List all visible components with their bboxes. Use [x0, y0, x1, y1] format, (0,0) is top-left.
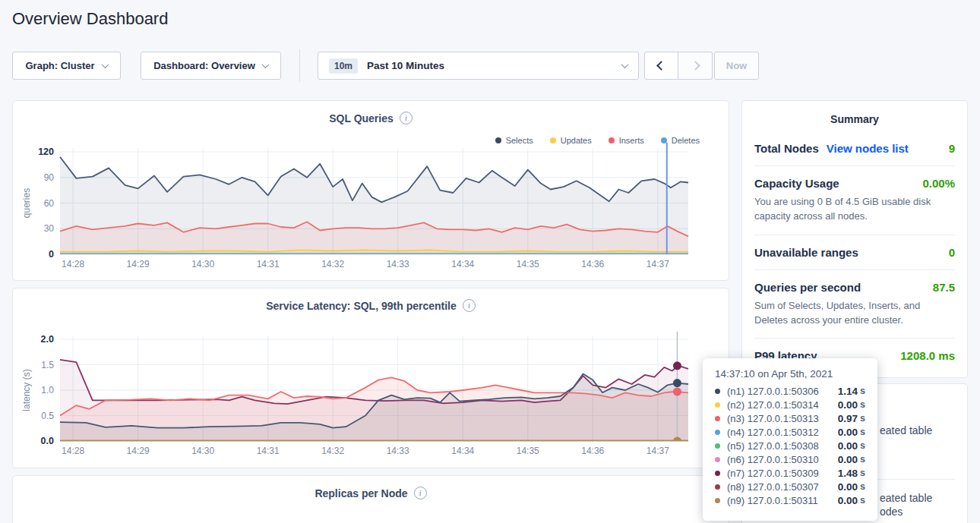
node-latency-unit: s — [860, 413, 865, 424]
replicas-per-node-panel: Replicas per Node i — [12, 475, 729, 523]
p99-latency-value: 1208.0 ms — [900, 349, 955, 362]
node-latency-value: 0.00 — [838, 481, 858, 493]
info-icon[interactable]: i — [400, 112, 413, 124]
x-axis-tick: 14:30 — [191, 446, 214, 456]
graph-scope-label: Graph: Cluster — [25, 60, 94, 71]
y-axis-tick: 0 — [49, 249, 54, 260]
node-color-dot — [715, 443, 720, 449]
sql-queries-panel: SQL Queries i SelectsUpdatesInsertsDelet… — [12, 100, 729, 281]
queries-per-second-label: Queries per second — [754, 281, 861, 294]
node-address: (n3) 127.0.0.1:50313 — [727, 413, 838, 424]
x-axis-tick: 14:37 — [646, 259, 669, 269]
x-axis-tick: 14:34 — [451, 259, 474, 269]
legend-item-inserts[interactable]: Inserts — [609, 136, 644, 145]
replicas-per-node-title: Replicas per Node — [315, 487, 407, 499]
tooltip-node-row: (n4) 127.0.0.1:503120.00s — [715, 425, 865, 439]
node-latency-unit: s — [860, 454, 865, 465]
tooltip-node-row: (n5) 127.0.0.1:503080.00s — [715, 439, 865, 452]
y-axis-tick: 1.0 — [41, 385, 54, 395]
node-latency-value: 0.00 — [838, 440, 858, 452]
node-latency-unit: s — [860, 386, 865, 396]
x-axis-tick: 14:31 — [257, 259, 280, 269]
node-latency-unit: s — [860, 468, 865, 478]
legend-label: Inserts — [619, 136, 644, 145]
info-icon[interactable]: i — [414, 487, 427, 499]
summary-row-queries-per-second: Queries per second 87.5 Sum of Selects, … — [754, 270, 955, 339]
event-row-fragment: eated table — [880, 424, 932, 436]
x-axis-tick: 14:33 — [387, 446, 409, 456]
toolbar-divider — [299, 49, 300, 82]
node-color-dot — [715, 484, 720, 490]
summary-row-total-nodes: Total Nodes View nodes list 9 — [754, 131, 955, 166]
time-next-button[interactable] — [678, 52, 713, 80]
sql-queries-legend: SelectsUpdatesInsertsDeletes — [495, 136, 700, 145]
x-axis-tick: 14:34 — [451, 446, 474, 456]
x-axis-tick: 14:30 — [191, 259, 214, 269]
total-nodes-label: Total Nodes — [754, 142, 819, 155]
node-latency-value: 0.00 — [838, 399, 858, 411]
y-axis-label: latency (s) — [21, 369, 32, 411]
node-address: (n5) 127.0.0.1:50308 — [727, 440, 838, 452]
dashboard-dropdown[interactable]: Dashboard: Overview — [141, 52, 281, 80]
service-latency-panel: Service Latency: SQL, 99th percentile i … — [12, 288, 729, 468]
y-axis-tick: 0.0 — [41, 436, 54, 446]
legend-item-updates[interactable]: Updates — [550, 136, 592, 145]
x-axis-tick: 14:29 — [127, 259, 150, 269]
y-axis-label: queries — [21, 188, 32, 218]
unavailable-ranges-value: 0 — [949, 246, 955, 259]
time-range-label: Past 10 Minutes — [367, 60, 613, 71]
service-latency-title: Service Latency: SQL, 99th percentile — [266, 300, 457, 312]
tooltip-node-row: (n1) 127.0.0.1:503061.14s — [715, 384, 865, 398]
queries-per-second-description: Sum of Selects, Updates, Inserts, and De… — [754, 299, 955, 328]
legend-item-deletes[interactable]: Deletes — [661, 136, 700, 145]
legend-dot — [609, 137, 615, 143]
y-axis-tick: 0.5 — [41, 411, 54, 421]
node-latency-unit: s — [860, 399, 865, 410]
sql-queries-chart[interactable]: 14:2814:2914:3014:3114:3214:3314:3414:35… — [13, 101, 730, 282]
node-latency-unit: s — [860, 495, 865, 506]
node-latency-value: 0.00 — [838, 454, 858, 465]
legend-item-selects[interactable]: Selects — [495, 136, 533, 145]
unavailable-ranges-label: Unavailable ranges — [754, 246, 858, 259]
legend-label: Deletes — [672, 136, 700, 145]
queries-per-second-value: 87.5 — [933, 281, 955, 294]
info-icon[interactable]: i — [463, 299, 476, 312]
hover-dot — [673, 379, 681, 387]
hover-dot — [673, 361, 681, 370]
x-axis-tick: 14:36 — [581, 259, 604, 269]
node-address: (n9) 127.0.0.1:50311 — [727, 495, 838, 506]
chevron-right-icon — [691, 61, 700, 71]
now-button-label: Now — [726, 60, 747, 71]
tooltip-node-row: (n9) 127.0.0.1:503110.00s — [715, 493, 865, 507]
time-range-selector[interactable]: 10m Past 10 Minutes — [318, 52, 639, 80]
tooltip-timestamp: 14:37:10 on Apr 5th, 2021 — [715, 368, 865, 380]
node-color-dot — [715, 498, 720, 503]
node-latency-value: 1.14 — [838, 386, 858, 397]
time-now-button[interactable]: Now — [714, 52, 759, 80]
node-latency-value: 0.97 — [838, 413, 858, 424]
time-range-badge: 10m — [329, 58, 358, 74]
tooltip-node-row: (n8) 127.0.0.1:503070.00s — [715, 480, 865, 493]
y-axis-tick: 2.0 — [41, 334, 54, 345]
node-latency-value: 0.00 — [838, 427, 858, 438]
x-axis-tick: 14:32 — [321, 446, 344, 456]
tooltip-node-row: (n6) 127.0.0.1:503100.00s — [715, 452, 865, 466]
chevron-down-icon — [261, 61, 269, 68]
chart-hover-tooltip: 14:37:10 on Apr 5th, 2021 (n1) 127.0.0.1… — [703, 358, 877, 521]
x-axis-tick: 14:29 — [127, 446, 150, 456]
chevron-down-icon — [101, 61, 109, 68]
view-nodes-list-link[interactable]: View nodes list — [827, 142, 909, 155]
service-latency-chart[interactable]: 14:2814:2914:3014:3114:3214:3314:3414:35… — [13, 288, 730, 469]
summary-panel: Summary Total Nodes View nodes list 9 Ca… — [741, 100, 968, 378]
y-axis-tick: 30 — [44, 223, 55, 234]
x-axis-tick: 14:36 — [581, 446, 604, 456]
x-axis-tick: 14:31 — [257, 446, 280, 456]
summary-row-capacity-usage: Capacity Usage 0.00% You are using 0 B o… — [754, 166, 955, 235]
node-color-dot — [715, 457, 720, 462]
legend-dot — [550, 137, 556, 143]
graph-scope-dropdown[interactable]: Graph: Cluster — [12, 52, 121, 80]
hover-dot — [673, 388, 681, 396]
y-axis-tick: 120 — [38, 147, 54, 157]
time-prev-button[interactable] — [644, 52, 678, 80]
x-axis-tick: 14:28 — [62, 446, 84, 456]
